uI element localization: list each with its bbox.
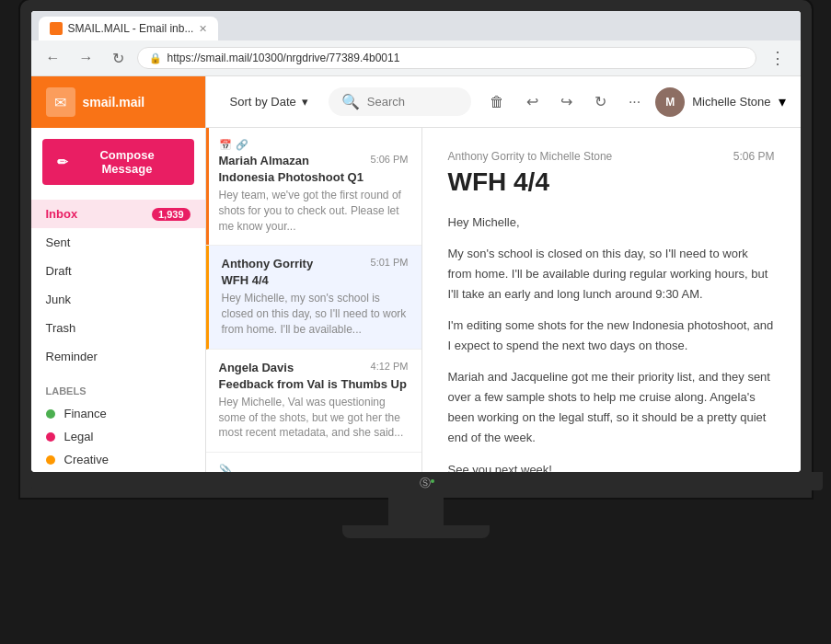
email-list: 📅 🔗 Mariah Almazan 5:06 PM Indonesia Pho… [206, 128, 422, 472]
email-detail-header: Anthony Gorrity to Michelle Stone 5:06 P… [448, 150, 775, 163]
inbox-label: Inbox [46, 207, 78, 221]
browser-tab[interactable]: SMAIL.MAIL - Email inb... ✕ [39, 17, 219, 40]
calendar-icon: 📅 [219, 139, 232, 151]
chevron-down-icon: ▾ [302, 95, 308, 109]
compose-button[interactable]: ✏ Compose Message [42, 139, 194, 185]
email-sender: Angela Davis [219, 361, 294, 374]
monitor-stand-base [342, 525, 490, 538]
browser-menu-button[interactable]: ⋮ [764, 46, 791, 70]
email-item[interactable]: 📅 🔗 Mariah Almazan 5:06 PM Indonesia Pho… [206, 128, 421, 246]
sidebar: ✉ smail.mail ✏ Compose Message Inbox 1,9… [31, 76, 206, 472]
app-toolbar: Sort by Date ▾ 🔍 🗑 ↩ ↪ ↻ ··· [206, 76, 801, 128]
sidebar-item-reminder[interactable]: Reminder [31, 342, 205, 371]
address-bar[interactable]: 🔒 https://smail.mail/10300/nrgdrive/7738… [137, 47, 756, 69]
toolbar-actions: 🗑 ↩ ↪ ↻ ··· M Michelle Stone ▾ [482, 87, 786, 117]
email-from: Anthony Gorrity to Michelle Stone [448, 150, 613, 163]
body-para-3: Mariah and Jacqueline got me their prior… [448, 367, 775, 448]
tab-close-button[interactable]: ✕ [199, 23, 207, 35]
creative-label: Creative [64, 453, 109, 466]
label-finance[interactable]: Finance [46, 402, 190, 425]
reply-all-button[interactable]: ↪ [553, 87, 580, 116]
sidebar-logo: ✉ smail.mail [31, 76, 205, 128]
email-item[interactable]: 📎 Yolanda Rivas 3:47 PM Energy Awareness… [206, 453, 421, 472]
email-icons: 📅 🔗 [219, 139, 409, 151]
user-chevron-icon: ▾ [779, 93, 786, 110]
tab-title: SMAIL.MAIL - Email inb... [68, 22, 194, 35]
hp-logo: Ⓢ [420, 470, 431, 493]
reload-button[interactable]: ↻ [107, 48, 130, 69]
body-para-4: See you next week! [448, 460, 775, 472]
email-time: 4:12 PM [371, 361, 409, 372]
monitor-bottom-bezel: Ⓢ [31, 472, 823, 490]
compose-icon: ✏ [57, 155, 68, 169]
inbox-badge: 1,939 [152, 208, 190, 221]
label-creative[interactable]: Creative [46, 448, 190, 471]
compose-label: Compose Message [75, 148, 179, 176]
back-button[interactable]: ← [40, 48, 66, 68]
sidebar-item-draft[interactable]: Draft [31, 257, 205, 285]
link-icon: 🔗 [236, 139, 248, 151]
body-para-0: Hey Michelle, [448, 213, 775, 233]
forward-button[interactable]: ↻ [587, 87, 614, 116]
logo-icon: ✉ [46, 87, 75, 117]
email-subject: Feedback from Val is Thumbs Up [219, 377, 409, 391]
attachment-icon: 📎 [219, 464, 232, 472]
reply-button[interactable]: ↩ [519, 87, 546, 116]
sidebar-item-junk[interactable]: Junk [31, 285, 205, 314]
email-icons: 📎 [219, 464, 409, 472]
sidebar-item-sent[interactable]: Sent [31, 228, 205, 257]
email-sender: Anthony Gorrity [222, 257, 314, 270]
email-time: 5:01 PM [371, 257, 409, 268]
sent-label: Sent [46, 236, 71, 249]
email-item[interactable]: Angela Davis 4:12 PM Feedback from Val i… [206, 350, 421, 453]
email-header: Mariah Almazan 5:06 PM [219, 154, 409, 167]
creative-dot [46, 455, 55, 465]
email-header: Anthony Gorrity 5:01 PM [222, 257, 409, 270]
reminder-label: Reminder [46, 350, 98, 363]
finance-dot [46, 409, 55, 419]
sort-button[interactable]: Sort by Date ▾ [221, 89, 317, 114]
legal-dot [46, 432, 55, 442]
sidebar-item-inbox[interactable]: Inbox 1,939 [31, 200, 205, 228]
sidebar-item-trash[interactable]: Trash [31, 314, 205, 342]
email-time: 5:06 PM [371, 154, 409, 165]
draft-label: Draft [46, 264, 72, 278]
power-led [431, 479, 434, 483]
avatar[interactable]: M [655, 87, 685, 117]
email-detail-body: Hey Michelle, My son's school is closed … [448, 213, 775, 472]
email-preview: Hey Michelle, Val was questioning some o… [219, 395, 409, 441]
body-para-2: I'm editing some shots for the new Indon… [448, 316, 775, 356]
main-content: 📅 🔗 Mariah Almazan 5:06 PM Indonesia Pho… [206, 128, 801, 472]
search-icon: 🔍 [341, 93, 360, 110]
junk-label: Junk [46, 293, 71, 306]
url-text: https://smail.mail/10300/nrgdrive/77389.… [167, 52, 400, 64]
user-name[interactable]: Michelle Stone [692, 95, 770, 109]
sort-label: Sort by Date [230, 95, 296, 109]
secure-icon: 🔒 [149, 52, 162, 64]
avatar-initial: M [665, 96, 675, 109]
email-preview: Hey team, we've got the first round of s… [219, 188, 409, 234]
nav-items: Inbox 1,939 Sent Draft Junk [31, 196, 205, 374]
search-box[interactable]: 🔍 [329, 87, 471, 116]
email-item[interactable]: Anthony Gorrity 5:01 PM WFH 4/4 Hey Mich… [206, 246, 421, 349]
search-input[interactable] [367, 95, 458, 109]
email-preview: Hey Michelle, my son's school is closed … [222, 291, 409, 337]
labels-title: Labels [46, 385, 190, 397]
email-detail: Anthony Gorrity to Michelle Stone 5:06 P… [422, 128, 801, 472]
email-detail-subject: WFH 4/4 [448, 167, 775, 198]
monitor-stand-neck [388, 498, 444, 525]
email-header: Angela Davis 4:12 PM [219, 361, 409, 374]
email-detail-time: 5:06 PM [733, 150, 775, 163]
finance-label: Finance [64, 407, 107, 420]
forward-button[interactable]: → [74, 48, 99, 68]
more-button[interactable]: ··· [621, 88, 648, 116]
label-legal[interactable]: Legal [46, 425, 190, 448]
labels-section: Labels Finance Legal Creative [31, 374, 205, 472]
delete-button[interactable]: 🗑 [482, 88, 512, 116]
trash-label: Trash [46, 321, 76, 335]
legal-label: Legal [64, 430, 94, 443]
unread-indicator [206, 128, 209, 245]
logo-text: smail.mail [83, 95, 145, 109]
body-para-1: My son's school is closed on this day, s… [448, 244, 775, 305]
label-promotional[interactable]: Promotional [46, 471, 190, 472]
